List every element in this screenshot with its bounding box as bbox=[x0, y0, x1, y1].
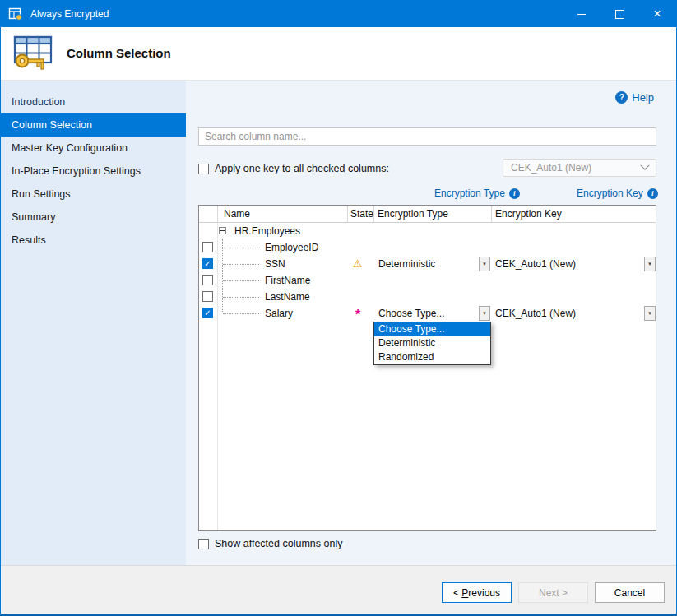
encryption-type-dropdown-button[interactable] bbox=[479, 257, 490, 271]
tree-branch-line bbox=[223, 264, 259, 265]
sidebar-item-run-settings[interactable]: Run Settings bbox=[1, 183, 186, 206]
show-affected-row: Show affected columns only bbox=[198, 538, 342, 549]
encryption-key-dropdown-button[interactable] bbox=[644, 306, 656, 321]
sidebar-item-in-place-encryption-settings[interactable]: In-Place Encryption Settings bbox=[1, 160, 186, 183]
app-icon bbox=[8, 7, 23, 21]
row-checkbox-ssn[interactable] bbox=[202, 258, 213, 269]
apply-key-row: Apply one key to all checked columns: bbox=[198, 161, 389, 176]
header-divider bbox=[217, 206, 218, 223]
always-encrypted-window: Always Encrypted Column Selection Introd… bbox=[0, 0, 677, 616]
table-row[interactable]: FirstName bbox=[199, 272, 656, 289]
maximize-button[interactable] bbox=[600, 1, 638, 27]
encryption-type-info-icon[interactable] bbox=[509, 188, 520, 199]
encryption-key-link[interactable]: Encryption Key bbox=[577, 188, 643, 199]
tree-branch-line bbox=[223, 280, 259, 281]
header-divider bbox=[373, 206, 374, 223]
encryption-key-link-group: Encryption Key bbox=[577, 188, 658, 199]
encryption-type-value[interactable]: Deterministic bbox=[378, 256, 475, 272]
encryption-type-link-group: Encryption Type bbox=[434, 188, 520, 199]
dropdown-option-randomized[interactable]: Randomized bbox=[374, 350, 490, 364]
apply-key-value: CEK_Auto1 (New) bbox=[511, 162, 591, 174]
help-link[interactable]: Help bbox=[615, 91, 654, 104]
sidebar-item-summary[interactable]: Summary bbox=[1, 206, 186, 229]
column-name: LastName bbox=[265, 289, 310, 305]
row-checkbox-employeeid[interactable] bbox=[202, 242, 213, 252]
column-name: FirstName bbox=[265, 272, 310, 289]
row-checkbox-firstname[interactable] bbox=[202, 275, 213, 285]
encryption-key-value[interactable]: CEK_Auto1 (New) bbox=[495, 256, 640, 272]
table-group-row: HR.Employees bbox=[199, 223, 656, 239]
sidebar-item-column-selection[interactable]: Column Selection bbox=[1, 113, 186, 137]
header-divider bbox=[347, 206, 348, 223]
previous-prefix: < bbox=[453, 587, 461, 599]
apply-key-checkbox[interactable] bbox=[198, 164, 209, 174]
window-title: Always Encrypted bbox=[30, 8, 109, 20]
table-row[interactable]: SSN Deterministic CEK_Auto1 (New) bbox=[199, 256, 656, 272]
next-button[interactable]: Next > bbox=[518, 582, 588, 603]
encryption-type-value[interactable]: Choose Type... bbox=[378, 305, 475, 322]
search-column-input[interactable] bbox=[198, 127, 656, 146]
apply-key-dropdown[interactable]: CEK_Auto1 (New) bbox=[503, 159, 656, 177]
column-name: EmployeeID bbox=[265, 239, 318, 256]
sidebar-item-results[interactable]: Results bbox=[1, 229, 186, 252]
required-asterisk-icon bbox=[355, 308, 360, 322]
previous-button[interactable]: < Previous bbox=[442, 582, 512, 603]
group-label: HR.Employees bbox=[234, 223, 300, 239]
show-affected-checkbox[interactable] bbox=[198, 539, 209, 549]
dropdown-option-deterministic[interactable]: Deterministic bbox=[374, 336, 490, 350]
encryption-key-info-icon[interactable] bbox=[647, 188, 658, 199]
encryption-type-dropdown-list: Choose Type... Deterministic Randomized bbox=[373, 322, 491, 365]
help-icon bbox=[615, 91, 628, 104]
encryption-type-dropdown-button[interactable] bbox=[479, 306, 490, 321]
collapse-expander-icon[interactable] bbox=[219, 227, 226, 234]
minimize-button[interactable] bbox=[563, 1, 600, 27]
apply-key-label[interactable]: Apply one key to all checked columns: bbox=[215, 163, 389, 174]
row-checkbox-lastname[interactable] bbox=[202, 291, 213, 302]
previous-accel: P bbox=[461, 587, 468, 599]
minimize-icon bbox=[577, 14, 586, 15]
page-title: Column Selection bbox=[67, 46, 171, 60]
cancel-button[interactable]: Cancel bbox=[595, 582, 665, 603]
columns-table: Name State Encryption Type Encryption Ke… bbox=[198, 205, 656, 531]
close-icon bbox=[653, 7, 661, 21]
header-encryption-key: Encryption Key bbox=[495, 206, 562, 222]
sidebar-item-introduction[interactable]: Introduction bbox=[1, 90, 186, 113]
footer-bar: < Previous Next > Cancel bbox=[1, 565, 676, 614]
table-row[interactable]: EmployeeID bbox=[199, 239, 656, 256]
table-header-row: Name State Encryption Type Encryption Ke… bbox=[199, 206, 656, 223]
header-name: Name bbox=[224, 206, 250, 222]
chevron-down-icon bbox=[640, 161, 649, 170]
dropdown-option-choose-type[interactable]: Choose Type... bbox=[374, 322, 490, 336]
header-state: State bbox=[350, 206, 373, 222]
tree-branch-line bbox=[223, 297, 259, 298]
show-affected-label[interactable]: Show affected columns only bbox=[215, 538, 342, 549]
tree-branch-line bbox=[223, 248, 259, 248]
wizard-steps-sidebar: Introduction Column Selection Master Key… bbox=[1, 81, 186, 565]
close-button[interactable] bbox=[638, 1, 676, 27]
table-row[interactable]: LastName bbox=[199, 289, 656, 305]
header-encryption-type: Encryption Type bbox=[378, 206, 448, 222]
warning-icon bbox=[353, 256, 363, 272]
header-divider bbox=[491, 206, 492, 223]
main-content: Help Apply one key to all checked column… bbox=[186, 81, 676, 565]
help-label: Help bbox=[632, 91, 654, 104]
encryption-key-value[interactable]: CEK_Auto1 (New) bbox=[495, 305, 640, 322]
maximize-icon bbox=[615, 10, 624, 19]
sidebar-item-master-key-configuration[interactable]: Master Key Configuration bbox=[1, 137, 186, 160]
encryption-key-dropdown-button[interactable] bbox=[644, 257, 656, 271]
row-checkbox-salary[interactable] bbox=[202, 308, 213, 318]
title-bar: Always Encrypted bbox=[1, 1, 676, 27]
tree-branch-line bbox=[223, 313, 259, 314]
wizard-header: Column Selection bbox=[1, 27, 676, 81]
table-key-icon bbox=[12, 35, 54, 74]
column-name: Salary bbox=[265, 305, 293, 322]
previous-rest: revious bbox=[468, 587, 500, 599]
column-name: SSN bbox=[265, 256, 285, 272]
encryption-type-link[interactable]: Encryption Type bbox=[434, 188, 505, 199]
table-row[interactable]: Salary Choose Type... CEK_Auto1 (New) bbox=[199, 305, 656, 322]
